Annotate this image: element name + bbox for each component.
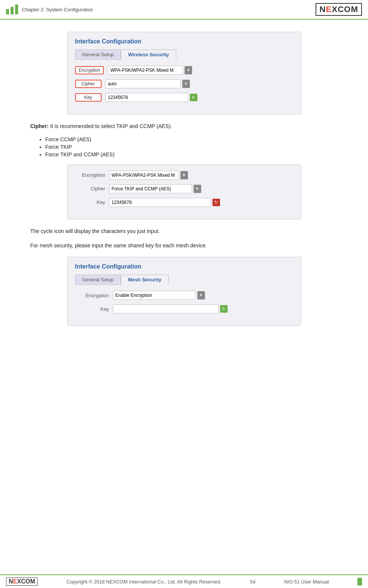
footer-logo: NEXCOM [6,577,38,586]
interface-panel-3: Interface Configuration General Setup Me… [67,257,301,326]
cipher-control-2: ▼ [109,184,201,193]
cipher-intro-text: It is recommended to select TKIP and CCM… [50,123,172,129]
nexcom-logo: NEXCOM [316,3,362,16]
key-row-1: Key ↻ [75,93,293,102]
cipher-input-2[interactable] [109,184,192,193]
bullet-2: Force TKIP [45,144,338,150]
tab-mesh-security[interactable]: Mesh Security [121,275,168,285]
page-header: Chapter 2: System Configuration NEXCOM [0,0,368,20]
key-control-3: ↻ [113,304,228,313]
key-input-3[interactable] [113,304,219,313]
encryption-input-3[interactable] [113,291,196,300]
encryption-row-3: Encryption ▼ [75,291,293,300]
cipher-control-1: ▼ [105,79,190,88]
cycle-icon-3[interactable]: ↻ [220,305,228,313]
encryption-arrow-1[interactable]: ▼ [185,66,192,74]
footer-copyright: Copyright © 2018 NEXCOM International Co… [66,579,222,585]
cycle-para-2: For mesh security, please input the same… [30,241,338,250]
cipher-bullets: Force CCMP (AES) Force TKIP Force TKIP a… [45,136,338,157]
footer-manual-name: NIO 51 User Manual [284,579,329,585]
cycle-icon-2[interactable]: ↻ [212,199,220,206]
encryption-label-3: Encryption [75,293,113,298]
cipher-bold: Cipher: [30,123,49,129]
key-input-1[interactable] [105,93,188,102]
chapter-title: Chapter 2: System Configuration [22,7,93,12]
cycle-icon-1[interactable]: ↻ [190,94,197,101]
panel3-title: Interface Configuration [75,263,293,270]
key-row-2: Key ↻ [75,198,293,207]
footer-right-bar [357,578,362,585]
tab-wireless-security[interactable]: Wireless Security [121,49,176,60]
key-row-3: Key ↻ [75,304,293,313]
bullet-3: Force TKIP and CCMP (AES) [45,151,338,157]
cipher-arrow-2[interactable]: ▼ [194,185,201,193]
key-input-2[interactable] [109,198,211,207]
encryption-input-2[interactable] [109,171,179,180]
cipher-input-1[interactable] [105,79,181,88]
encryption-row-2: Encryption ▼ [75,171,293,180]
cipher-label-2: Cipher [75,186,109,191]
encryption-arrow-2[interactable]: ▼ [180,171,188,179]
encryption-control-2: ▼ [109,171,188,180]
footer-page-number: 54 [250,579,255,585]
header-bar-group [6,5,18,14]
cipher-row-1: Cipher ▼ [75,79,293,88]
tab-bar-1: General Setup Wireless Security [75,49,293,60]
encryption-control-3: ▼ [113,291,205,300]
encryption-arrow-3[interactable]: ▼ [197,291,205,299]
encryption-row-1: Encryption ▼ [75,66,293,75]
cipher-arrow-1[interactable]: ▼ [182,80,190,88]
encryption-label-2: Encryption [75,172,109,178]
encryption-label-1: Encryption [75,66,104,74]
page-footer: NEXCOM Copyright © 2018 NEXCOM Internati… [0,574,368,588]
cipher-row-2: Cipher ▼ [75,184,293,193]
key-control-1: ↻ [105,93,197,102]
cipher-explanation: Cipher: It is recommended to select TKIP… [30,122,338,131]
tab-general-setup-1[interactable]: General Setup [75,49,121,60]
encryption-input-1[interactable] [108,66,183,75]
cipher-label-1: Cipher [75,80,102,88]
tab-bar-3: General Setup Mesh Security [75,275,293,285]
bar3 [15,5,18,14]
interface-panel-1: Interface Configuration General Setup Wi… [67,32,301,114]
bar1 [6,9,9,14]
interface-panel-2: Encryption ▼ Cipher ▼ Key ↻ [67,164,301,219]
header-left: Chapter 2: System Configuration [6,5,93,14]
tab-general-setup-3[interactable]: General Setup [75,275,121,285]
cycle-para-1: The cycle icon will display the characte… [30,227,338,236]
panel1-title: Interface Configuration [75,38,293,45]
key-label-1: Key [75,93,102,102]
bullet-1: Force CCMP (AES) [45,136,338,142]
page-content: Interface Configuration General Setup Wi… [0,20,368,364]
key-control-2: ↻ [109,198,220,207]
encryption-control-1: ▼ [108,66,192,75]
bar2 [11,7,14,14]
key-label-3: Key [75,306,113,312]
key-label-2: Key [75,199,109,205]
